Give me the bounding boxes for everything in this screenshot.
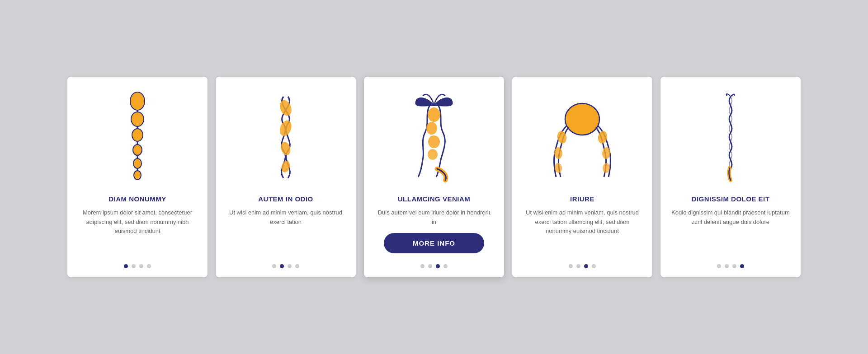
card-3-title: ULLAMCING VENIAM: [398, 195, 471, 203]
svg-point-1: [130, 92, 145, 110]
dot: [717, 264, 721, 268]
dot: [576, 264, 580, 268]
card-4: IRIURE Ut wisi enim ad minim veniam, qui…: [512, 77, 652, 277]
dot: [725, 264, 729, 268]
card-1: DIAM NONUMMY Morem ipsum dolor sit amet,…: [67, 77, 208, 277]
dot: [420, 264, 425, 268]
dot: [428, 264, 432, 268]
dot: [740, 264, 744, 268]
dot: [592, 264, 596, 268]
dot: [436, 264, 440, 268]
card-2-icon: [226, 88, 345, 187]
card-3: ULLAMCING VENIAM Duis autem vel eum iriu…: [364, 77, 504, 277]
svg-point-15: [565, 103, 599, 135]
svg-point-12: [426, 122, 437, 135]
dot: [584, 264, 588, 268]
card-1-title: DIAM NONUMMY: [108, 195, 166, 203]
dot: [147, 264, 151, 268]
dot: [295, 264, 299, 268]
dot: [288, 264, 292, 268]
svg-point-14: [428, 149, 438, 160]
card-2-dots: [272, 264, 299, 268]
svg-point-7: [278, 98, 294, 117]
card-5-text: Kodio dignissim qui blandit praesent lup…: [671, 208, 790, 256]
card-4-text: Ut wisi enim ad minim veniam, quis nostr…: [523, 208, 642, 256]
dot: [272, 264, 276, 268]
card-4-dots: [569, 264, 596, 268]
dot: [732, 264, 736, 268]
card-1-icon: [78, 88, 197, 187]
svg-point-11: [428, 107, 440, 122]
card-5: DIGNISSIM DOLOE EIT Kodio dignissim qui …: [660, 77, 801, 277]
dot: [124, 264, 128, 268]
card-5-title: DIGNISSIM DOLOE EIT: [692, 195, 770, 203]
dot: [569, 264, 573, 268]
svg-point-2: [131, 112, 144, 126]
dot: [132, 264, 136, 268]
card-4-title: IRIURE: [570, 195, 594, 203]
dot: [139, 264, 143, 268]
cards-container: DIAM NONUMMY Morem ipsum dolor sit amet,…: [40, 59, 828, 295]
svg-point-13: [428, 135, 440, 148]
more-info-button[interactable]: MORE INFO: [384, 233, 485, 253]
card-4-icon: [523, 88, 642, 187]
card-2: AUTEM IN ODIO Ut wisi enim ad minim veni…: [216, 77, 356, 277]
svg-point-4: [133, 144, 142, 155]
svg-point-8: [278, 119, 294, 138]
card-1-dots: [124, 264, 151, 268]
svg-point-6: [134, 171, 141, 180]
svg-point-5: [133, 158, 142, 168]
dot: [280, 264, 284, 268]
card-3-dots: [420, 264, 448, 268]
card-5-icon: [671, 88, 790, 187]
card-1-text: Morem ipsum dolor sit amet, consectetuer…: [78, 208, 197, 256]
dot: [443, 264, 448, 268]
card-3-text: Duis autem vel eum iriure dolor in hendr…: [375, 208, 493, 226]
card-3-icon: [375, 88, 493, 187]
card-5-dots: [717, 264, 744, 268]
svg-point-3: [132, 129, 143, 141]
card-2-text: Ut wisi enim ad minim veniam, quis nostr…: [226, 208, 345, 256]
card-2-title: AUTEM IN ODIO: [258, 195, 313, 203]
